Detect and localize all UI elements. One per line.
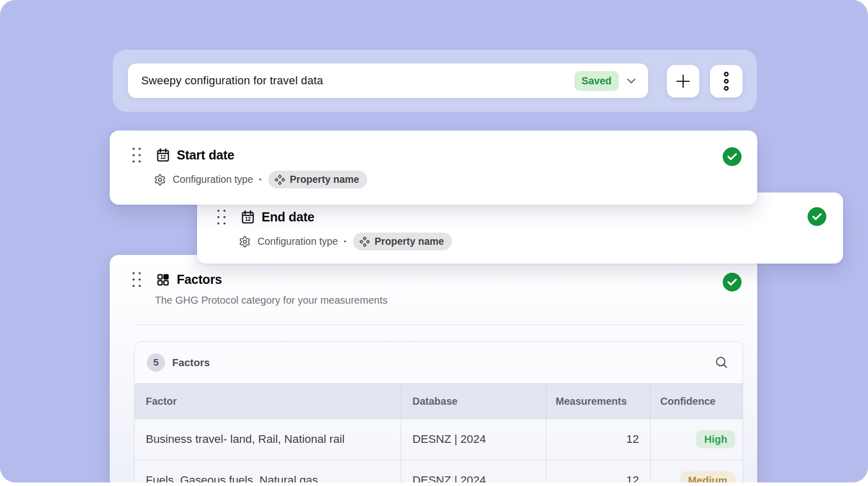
dot-separator: · bbox=[343, 235, 347, 248]
cell-measurements: 12 bbox=[546, 460, 650, 482]
property-name-label: Property name bbox=[375, 236, 444, 247]
property-name-tag[interactable]: Property name bbox=[353, 233, 453, 250]
add-button[interactable] bbox=[667, 65, 699, 98]
complete-check-icon bbox=[808, 207, 826, 226]
factors-table: 5 Factors Factor Database Measurements C… bbox=[134, 341, 743, 482]
plus-icon bbox=[676, 74, 691, 89]
cell-confidence: Medium bbox=[650, 460, 743, 482]
configuration-type-label: Configuration type bbox=[258, 236, 338, 247]
diamonds-icon bbox=[359, 236, 371, 248]
property-name-tag[interactable]: Property name bbox=[268, 171, 368, 188]
svg-text:12: 12 bbox=[245, 216, 251, 222]
column-header-factor[interactable]: Factor bbox=[135, 384, 401, 418]
end-date-meta: Configuration type · Property name bbox=[239, 233, 843, 250]
factors-card-title: Factors bbox=[177, 272, 222, 287]
cell-database: DESNZ | 2024 bbox=[401, 419, 546, 460]
table-row[interactable]: Business travel- land, Rail, National ra… bbox=[135, 419, 743, 460]
cell-database: DESNZ | 2024 bbox=[401, 460, 546, 482]
grid-icon bbox=[156, 273, 170, 287]
factors-table-label: Factors bbox=[172, 357, 210, 369]
diamonds-icon bbox=[274, 174, 286, 186]
start-date-meta: Configuration type · Property name bbox=[154, 171, 757, 188]
cell-measurements: 12 bbox=[546, 419, 650, 460]
drag-handle-icon[interactable] bbox=[217, 209, 226, 225]
chevron-down-icon[interactable] bbox=[627, 78, 636, 84]
saved-status-badge: Saved bbox=[574, 71, 619, 91]
start-date-card[interactable]: 12 Start date Configuration type · Prope… bbox=[110, 131, 757, 205]
calendar-icon: 12 bbox=[241, 210, 255, 224]
factors-count-badge: 5 bbox=[147, 353, 165, 372]
complete-check-icon bbox=[723, 273, 742, 291]
cell-factor: Fuels, Gaseous fuels, Natural gas bbox=[135, 460, 401, 482]
start-date-card-header: 12 Start date bbox=[132, 147, 757, 163]
complete-check-icon bbox=[723, 147, 742, 166]
factors-card-description: The GHG Protocol category for your measu… bbox=[155, 295, 757, 306]
config-name-value[interactable]: Sweepy configuration for travel data bbox=[141, 74, 574, 87]
confidence-badge-high: High bbox=[696, 430, 735, 448]
drag-handle-icon[interactable] bbox=[132, 272, 141, 287]
app-canvas: Sweepy configuration for travel data Sav… bbox=[0, 0, 868, 482]
configuration-type-label: Configuration type bbox=[173, 174, 253, 185]
gear-icon bbox=[239, 236, 251, 248]
more-options-button[interactable] bbox=[710, 65, 743, 98]
confidence-badge-medium: Medium bbox=[680, 471, 735, 482]
dot-separator: · bbox=[259, 173, 262, 186]
table-row[interactable]: Fuels, Gaseous fuels, Natural gas DESNZ … bbox=[135, 460, 743, 482]
end-date-card-header: 12 End date bbox=[217, 209, 843, 225]
factors-card-header: Factors bbox=[132, 272, 757, 287]
drag-handle-icon[interactable] bbox=[132, 147, 141, 163]
divider bbox=[134, 325, 743, 325]
end-date-card-title: End date bbox=[262, 210, 314, 224]
gear-icon bbox=[154, 174, 166, 186]
configuration-toolbar: Sweepy configuration for travel data Sav… bbox=[113, 50, 757, 112]
table-header-row: Factor Database Measurements Confidence bbox=[135, 383, 743, 419]
cell-factor: Business travel- land, Rail, National ra… bbox=[135, 419, 401, 460]
cell-confidence: High bbox=[650, 419, 743, 460]
kebab-menu-icon bbox=[723, 72, 729, 91]
property-name-label: Property name bbox=[290, 174, 360, 185]
config-name-input[interactable]: Sweepy configuration for travel data Sav… bbox=[128, 63, 648, 98]
column-header-measurements[interactable]: Measurements bbox=[546, 384, 650, 418]
column-header-database[interactable]: Database bbox=[401, 384, 546, 418]
search-icon[interactable] bbox=[714, 355, 729, 370]
factors-table-header-band: 5 Factors bbox=[135, 342, 743, 383]
svg-text:12: 12 bbox=[160, 154, 166, 160]
calendar-icon: 12 bbox=[156, 148, 170, 163]
start-date-card-title: Start date bbox=[177, 148, 234, 163]
factors-card[interactable]: Factors The GHG Protocol category for yo… bbox=[110, 255, 757, 482]
column-header-confidence[interactable]: Confidence bbox=[650, 384, 743, 418]
